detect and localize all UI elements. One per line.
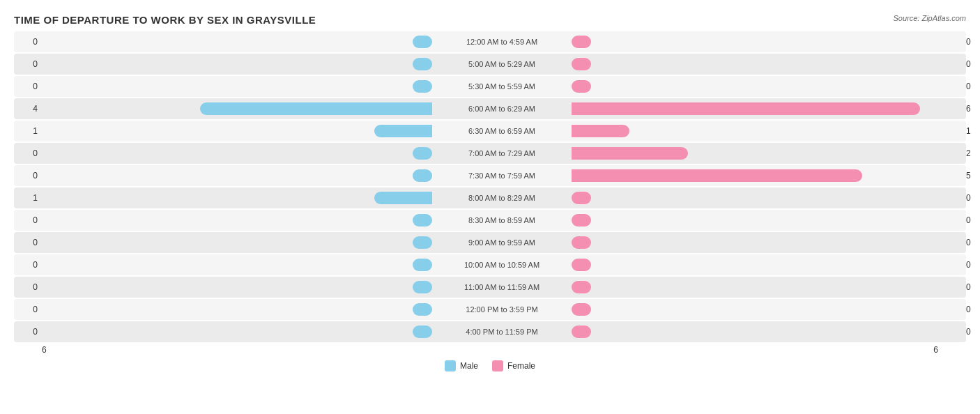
female-bar (572, 80, 591, 93)
right-value: 2 (962, 148, 980, 158)
right-value: 0 (962, 215, 980, 225)
male-bar (413, 325, 432, 338)
chart-row: 1 6:30 AM to 6:59 AM 1 (14, 121, 966, 141)
male-bar (413, 303, 432, 316)
chart-row: 0 5:30 AM to 5:59 AM 0 (14, 76, 966, 97)
male-bar (413, 169, 432, 182)
right-value: 0 (962, 260, 980, 270)
left-bar-container (42, 143, 432, 164)
right-bar-container (572, 54, 962, 75)
left-value: 0 (14, 238, 42, 247)
female-bar (572, 303, 591, 316)
left-value: 1 (14, 193, 42, 203)
male-label: Male (460, 361, 478, 371)
chart-row: 0 11:00 AM to 11:59 AM 0 (14, 277, 966, 298)
left-value: 0 (14, 215, 42, 225)
right-bar-container (572, 187, 962, 208)
right-bar-container (572, 321, 962, 342)
female-label: Female (507, 361, 535, 371)
left-bar-container (42, 54, 432, 75)
time-label: 5:00 AM to 5:29 AM (432, 60, 572, 68)
right-value: 6 (962, 104, 980, 114)
time-label: 4:00 PM to 11:59 PM (432, 328, 572, 336)
left-value: 0 (14, 260, 42, 270)
time-label: 8:00 AM to 8:29 AM (432, 194, 572, 202)
right-value: 0 (962, 282, 980, 292)
male-bar (413, 236, 432, 249)
chart-title: TIME OF DEPARTURE TO WORK BY SEX IN GRAY… (14, 14, 966, 26)
chart-row: 4 6:00 AM to 6:29 AM 6 (14, 98, 966, 119)
left-value: 0 (14, 148, 42, 158)
male-bar (413, 80, 432, 93)
male-bar (374, 125, 432, 137)
right-bar-container (572, 31, 962, 52)
right-value: 1 (962, 126, 980, 136)
right-value: 0 (962, 193, 980, 203)
female-bar (572, 36, 591, 48)
left-bar-container (42, 187, 432, 208)
male-bar (413, 281, 432, 293)
male-bar (200, 102, 432, 115)
left-value: 0 (14, 82, 42, 91)
left-bar-container (42, 76, 432, 97)
left-bar-container (42, 98, 432, 119)
axis-labels: 6 6 (14, 345, 966, 355)
female-bar (572, 58, 591, 70)
left-value: 1 (14, 126, 42, 136)
right-value: 0 (962, 82, 980, 91)
left-bar-container (42, 321, 432, 342)
time-label: 6:00 AM to 6:29 AM (432, 105, 572, 113)
left-value: 0 (14, 327, 42, 337)
left-bar-container (42, 31, 432, 52)
time-label: 7:30 AM to 7:59 AM (432, 171, 572, 180)
left-bar-container (42, 277, 432, 298)
right-bar-container (572, 98, 962, 119)
left-value: 0 (14, 305, 42, 314)
female-bar (572, 259, 591, 271)
left-bar-container (42, 121, 432, 141)
right-value: 5 (962, 171, 980, 181)
chart-container: TIME OF DEPARTURE TO WORK BY SEX IN GRAY… (0, 0, 980, 414)
time-label: 12:00 PM to 3:59 PM (432, 305, 572, 314)
chart-row: 0 12:00 PM to 3:59 PM 0 (14, 299, 966, 320)
female-bar (572, 214, 591, 227)
right-bar-container (572, 277, 962, 298)
right-value: 0 (962, 305, 980, 314)
chart-row: 0 10:00 AM to 10:59 AM 0 (14, 254, 966, 275)
male-bar (413, 58, 432, 70)
male-bar (413, 259, 432, 271)
time-label: 7:00 AM to 7:29 AM (432, 149, 572, 158)
chart-row: 1 8:00 AM to 8:29 AM 0 (14, 187, 966, 208)
left-value: 0 (14, 171, 42, 181)
chart-area: 0 12:00 AM to 4:59 AM 0 0 5:00 AM to 5:2… (14, 31, 966, 342)
male-bar (413, 214, 432, 227)
source-text: Source: ZipAtlas.com (893, 14, 966, 22)
right-bar-container (572, 299, 962, 320)
legend: Male Female (14, 360, 966, 371)
chart-row: 0 12:00 AM to 4:59 AM 0 (14, 31, 966, 52)
right-value: 0 (962, 327, 980, 337)
right-value: 0 (962, 37, 980, 47)
left-value: 0 (14, 282, 42, 292)
female-bar (572, 169, 862, 182)
male-bar (413, 147, 432, 160)
right-value: 0 (962, 238, 980, 247)
time-label: 6:30 AM to 6:59 AM (432, 127, 572, 135)
time-label: 5:30 AM to 5:59 AM (432, 82, 572, 91)
right-bar-container (572, 143, 962, 164)
chart-row: 0 7:30 AM to 7:59 AM 5 (14, 165, 966, 186)
female-bar (572, 102, 920, 115)
time-label: 9:00 AM to 9:59 AM (432, 238, 572, 247)
right-bar-container (572, 210, 962, 231)
time-label: 12:00 AM to 4:59 AM (432, 38, 572, 46)
left-bar-container (42, 165, 432, 186)
right-bar-container (572, 254, 962, 275)
axis-right: 6 (933, 345, 938, 355)
time-label: 11:00 AM to 11:59 AM (432, 283, 572, 291)
chart-row: 0 8:30 AM to 8:59 AM 0 (14, 210, 966, 231)
left-value: 0 (14, 59, 42, 69)
male-bar (374, 192, 432, 204)
left-bar-container (42, 254, 432, 275)
right-bar-container (572, 165, 962, 186)
right-bar-container (572, 121, 962, 141)
